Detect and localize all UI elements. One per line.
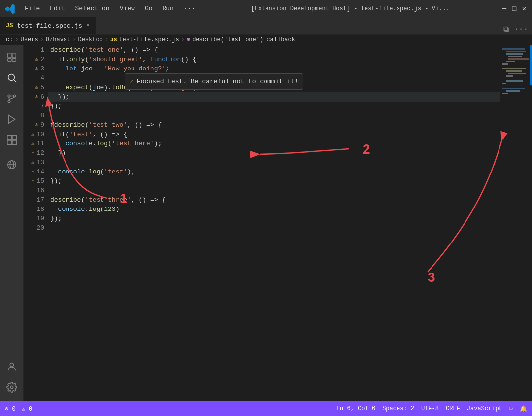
line-num-19: 19 xyxy=(24,214,44,223)
line-num-14: ⚠14 xyxy=(24,167,44,176)
status-encoding[interactable]: UTF-8 xyxy=(421,405,439,412)
line-num-4: 4 xyxy=(24,73,44,83)
line-num-2: ⚠2 xyxy=(24,55,44,64)
status-line-ending[interactable]: CRLF xyxy=(446,405,460,412)
status-bell[interactable]: 🔔 xyxy=(520,405,527,413)
warning-icon-5: ⚠ xyxy=(35,83,38,92)
code-line-2: it.only('should greet', function() { xyxy=(48,55,500,64)
line-num-9: ⚠9 xyxy=(24,120,44,130)
status-bar: ⊗ 0 ⚠ 0 Ln 6, Col 6 Spaces: 2 UTF-8 CRLF… xyxy=(0,401,532,416)
warning-icon-13: ⚠ xyxy=(31,158,34,167)
status-errors[interactable]: ⊗ 0 xyxy=(5,405,16,413)
settings-icon[interactable] xyxy=(3,379,21,396)
status-bar-right: Ln 6, Col 6 Spaces: 2 UTF-8 CRLF JavaScr… xyxy=(336,405,527,413)
close-button[interactable]: ✕ xyxy=(521,6,527,12)
line-num-7: 7 xyxy=(24,102,44,111)
code-line-3: let joe = 'How you doing?'; xyxy=(48,64,500,73)
code-line-14: console.log('test'); xyxy=(48,167,500,176)
breadcrumb: c: › Users › Dzhavat › Desktop › JS test… xyxy=(0,35,532,45)
status-feedback[interactable]: ☺ xyxy=(509,405,513,412)
warning-icon-3: ⚠ xyxy=(35,64,38,73)
svg-rect-1 xyxy=(12,53,15,58)
line-num-5: ⚠5 xyxy=(24,83,44,92)
breadcrumb-function[interactable]: describe('test one') callback xyxy=(192,36,295,43)
line-num-11: ⚠11 xyxy=(24,139,44,148)
remote-icon[interactable] xyxy=(3,156,21,173)
status-line-col[interactable]: Ln 6, Col 6 xyxy=(336,405,375,412)
extensions-icon[interactable] xyxy=(3,131,21,149)
minimize-button[interactable]: ─ xyxy=(501,6,507,12)
menu-more[interactable]: ··· xyxy=(180,4,199,13)
breadcrumb-dzhavat[interactable]: Dzhavat xyxy=(46,36,70,43)
popup-warning-icon: ⚠ xyxy=(130,77,134,86)
warning-icon-15: ⚠ xyxy=(31,176,34,186)
menu-edit[interactable]: Edit xyxy=(46,4,69,13)
maximize-button[interactable]: □ xyxy=(511,6,517,12)
tab-label: test-file.spec.js xyxy=(17,22,82,30)
breadcrumb-users[interactable]: Users xyxy=(21,36,38,43)
code-line-18: console.log(123) xyxy=(48,205,500,214)
split-editor-icon[interactable]: ⧉ xyxy=(503,25,509,34)
svg-point-17 xyxy=(10,363,13,367)
warning-icon-9: ⚠ xyxy=(35,120,38,130)
source-control-icon[interactable] xyxy=(3,90,21,107)
breadcrumb-c[interactable]: c: xyxy=(6,36,13,43)
svg-rect-2 xyxy=(7,59,11,62)
menu-selection[interactable]: Selection xyxy=(71,4,113,13)
menu-file[interactable]: File xyxy=(21,4,44,13)
window-title: [Extension Development Host] - test-file… xyxy=(205,5,496,12)
accounts-icon[interactable] xyxy=(3,358,21,376)
code-line-7: }); xyxy=(48,102,500,111)
svg-point-18 xyxy=(10,386,13,389)
editor-actions: ⧉ ··· xyxy=(503,25,532,34)
menu-go[interactable]: Go xyxy=(141,4,157,13)
warning-icon-14: ⚠ xyxy=(31,167,34,176)
code-line-8 xyxy=(48,111,500,120)
activity-bar xyxy=(0,45,24,401)
debug-icon[interactable] xyxy=(3,110,21,128)
svg-line-5 xyxy=(14,80,16,82)
line-num-20: 20 xyxy=(24,223,44,233)
breadcrumb-symbol-icon: ⊕ xyxy=(187,36,190,43)
minimap xyxy=(500,45,532,401)
code-line-10: it('test', () => { xyxy=(48,130,500,139)
status-spaces[interactable]: Spaces: 2 xyxy=(382,405,414,412)
code-line-20 xyxy=(48,223,500,233)
breadcrumb-js-icon: JS xyxy=(110,37,117,43)
menu-run[interactable]: Run xyxy=(158,4,177,13)
code-line-11: console.log('test here'); xyxy=(48,139,500,148)
main-layout: 1 ⚠2 ⚠3 4 ⚠5 ⚠6 7 8 ⚠9 ⚠10 ⚠11 ⚠12 ⚠13 ⚠… xyxy=(0,45,532,401)
breadcrumb-desktop[interactable]: Desktop xyxy=(78,36,102,43)
hover-popup: ⚠ Focused test. Be careful not to commit… xyxy=(125,73,303,90)
menu-bar: File Edit Selection View Go Run ··· xyxy=(21,4,199,13)
warning-icon-6: ⚠ xyxy=(35,92,38,102)
search-icon[interactable] xyxy=(3,69,21,87)
status-warnings[interactable]: ⚠ 0 xyxy=(22,405,33,413)
line-num-8: 8 xyxy=(24,111,44,120)
active-tab[interactable]: JS test-file.spec.js × xyxy=(0,17,96,34)
status-language[interactable]: JavaScript xyxy=(467,405,502,412)
svg-rect-11 xyxy=(12,136,16,139)
svg-rect-3 xyxy=(12,59,15,62)
line-num-1: 1 xyxy=(24,45,44,55)
more-actions-icon[interactable]: ··· xyxy=(514,25,528,34)
line-num-12: ⚠12 xyxy=(24,148,44,158)
code-line-13 xyxy=(48,158,500,167)
svg-rect-0 xyxy=(7,53,11,58)
breadcrumb-filename[interactable]: test-file.spec.js xyxy=(119,36,179,43)
tab-close-button[interactable]: × xyxy=(86,22,90,29)
status-bar-left: ⊗ 0 ⚠ 0 xyxy=(5,405,32,413)
line-num-17: 17 xyxy=(24,195,44,205)
code-line-19: }); xyxy=(48,214,500,223)
menu-view[interactable]: View xyxy=(116,4,139,13)
explorer-icon[interactable] xyxy=(3,48,21,66)
warning-icon-10: ⚠ xyxy=(31,130,34,139)
code-line-12: }) xyxy=(48,148,500,158)
line-num-15: ⚠15 xyxy=(24,176,44,186)
tab-bar: JS test-file.spec.js × ⧉ ··· xyxy=(0,17,532,35)
warning-icon-11: ⚠ xyxy=(31,139,34,148)
line-num-6: ⚠6 xyxy=(24,92,44,102)
code-editor[interactable]: describe('test one', () => { it.only('sh… xyxy=(48,45,500,401)
svg-point-4 xyxy=(8,74,14,81)
line-num-13: ⚠13 xyxy=(24,158,44,167)
